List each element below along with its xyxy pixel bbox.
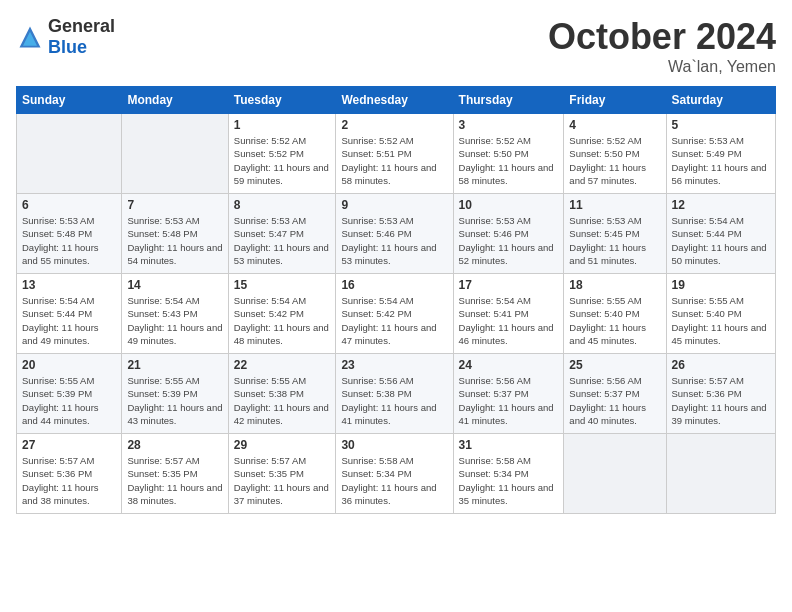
sunset-text: Sunset: 5:46 PM xyxy=(459,228,529,239)
sunset-text: Sunset: 5:38 PM xyxy=(234,388,304,399)
calendar-cell: 9 Sunrise: 5:53 AM Sunset: 5:46 PM Dayli… xyxy=(336,194,453,274)
weekday-header-wednesday: Wednesday xyxy=(336,87,453,114)
daylight-text: Daylight: 11 hours and 37 minutes. xyxy=(234,482,329,506)
day-number: 14 xyxy=(127,278,222,292)
calendar-week-row: 6 Sunrise: 5:53 AM Sunset: 5:48 PM Dayli… xyxy=(17,194,776,274)
daylight-text: Daylight: 11 hours and 36 minutes. xyxy=(341,482,436,506)
daylight-text: Daylight: 11 hours and 35 minutes. xyxy=(459,482,554,506)
daylight-text: Daylight: 11 hours and 39 minutes. xyxy=(672,402,767,426)
sunset-text: Sunset: 5:52 PM xyxy=(234,148,304,159)
daylight-text: Daylight: 11 hours and 53 minutes. xyxy=(341,242,436,266)
day-number: 13 xyxy=(22,278,116,292)
day-info: Sunrise: 5:56 AM Sunset: 5:37 PM Dayligh… xyxy=(569,374,660,427)
day-info: Sunrise: 5:54 AM Sunset: 5:44 PM Dayligh… xyxy=(22,294,116,347)
sunrise-text: Sunrise: 5:53 AM xyxy=(127,215,199,226)
sunrise-text: Sunrise: 5:57 AM xyxy=(127,455,199,466)
day-number: 19 xyxy=(672,278,771,292)
sunrise-text: Sunrise: 5:53 AM xyxy=(672,135,744,146)
day-info: Sunrise: 5:53 AM Sunset: 5:45 PM Dayligh… xyxy=(569,214,660,267)
sunrise-text: Sunrise: 5:55 AM xyxy=(22,375,94,386)
sunset-text: Sunset: 5:43 PM xyxy=(127,308,197,319)
day-info: Sunrise: 5:53 AM Sunset: 5:46 PM Dayligh… xyxy=(459,214,559,267)
day-number: 26 xyxy=(672,358,771,372)
calendar-cell xyxy=(666,434,776,514)
calendar-cell: 20 Sunrise: 5:55 AM Sunset: 5:39 PM Dayl… xyxy=(17,354,122,434)
day-info: Sunrise: 5:57 AM Sunset: 5:36 PM Dayligh… xyxy=(22,454,116,507)
calendar-cell: 19 Sunrise: 5:55 AM Sunset: 5:40 PM Dayl… xyxy=(666,274,776,354)
daylight-text: Daylight: 11 hours and 44 minutes. xyxy=(22,402,99,426)
daylight-text: Daylight: 11 hours and 55 minutes. xyxy=(22,242,99,266)
sunset-text: Sunset: 5:51 PM xyxy=(341,148,411,159)
calendar-cell: 3 Sunrise: 5:52 AM Sunset: 5:50 PM Dayli… xyxy=(453,114,564,194)
day-info: Sunrise: 5:57 AM Sunset: 5:35 PM Dayligh… xyxy=(127,454,222,507)
day-info: Sunrise: 5:54 AM Sunset: 5:41 PM Dayligh… xyxy=(459,294,559,347)
day-number: 31 xyxy=(459,438,559,452)
calendar-cell: 27 Sunrise: 5:57 AM Sunset: 5:36 PM Dayl… xyxy=(17,434,122,514)
sunset-text: Sunset: 5:36 PM xyxy=(22,468,92,479)
day-info: Sunrise: 5:55 AM Sunset: 5:38 PM Dayligh… xyxy=(234,374,331,427)
day-info: Sunrise: 5:54 AM Sunset: 5:44 PM Dayligh… xyxy=(672,214,771,267)
sunrise-text: Sunrise: 5:52 AM xyxy=(341,135,413,146)
calendar-week-row: 13 Sunrise: 5:54 AM Sunset: 5:44 PM Dayl… xyxy=(17,274,776,354)
sunset-text: Sunset: 5:48 PM xyxy=(127,228,197,239)
weekday-header-friday: Friday xyxy=(564,87,666,114)
daylight-text: Daylight: 11 hours and 42 minutes. xyxy=(234,402,329,426)
location-title: Wa`lan, Yemen xyxy=(548,58,776,76)
daylight-text: Daylight: 11 hours and 45 minutes. xyxy=(672,322,767,346)
calendar-cell: 6 Sunrise: 5:53 AM Sunset: 5:48 PM Dayli… xyxy=(17,194,122,274)
day-number: 15 xyxy=(234,278,331,292)
sunrise-text: Sunrise: 5:57 AM xyxy=(672,375,744,386)
daylight-text: Daylight: 11 hours and 56 minutes. xyxy=(672,162,767,186)
calendar-cell xyxy=(122,114,228,194)
daylight-text: Daylight: 11 hours and 59 minutes. xyxy=(234,162,329,186)
day-number: 1 xyxy=(234,118,331,132)
calendar-cell: 1 Sunrise: 5:52 AM Sunset: 5:52 PM Dayli… xyxy=(228,114,336,194)
day-number: 11 xyxy=(569,198,660,212)
daylight-text: Daylight: 11 hours and 54 minutes. xyxy=(127,242,222,266)
daylight-text: Daylight: 11 hours and 49 minutes. xyxy=(22,322,99,346)
day-info: Sunrise: 5:54 AM Sunset: 5:42 PM Dayligh… xyxy=(341,294,447,347)
sunrise-text: Sunrise: 5:57 AM xyxy=(234,455,306,466)
page-header: General Blue October 2024 Wa`lan, Yemen xyxy=(16,16,776,76)
sunrise-text: Sunrise: 5:54 AM xyxy=(672,215,744,226)
calendar-week-row: 27 Sunrise: 5:57 AM Sunset: 5:36 PM Dayl… xyxy=(17,434,776,514)
calendar-cell xyxy=(564,434,666,514)
sunrise-text: Sunrise: 5:57 AM xyxy=(22,455,94,466)
day-info: Sunrise: 5:54 AM Sunset: 5:43 PM Dayligh… xyxy=(127,294,222,347)
sunrise-text: Sunrise: 5:52 AM xyxy=(569,135,641,146)
calendar-cell: 18 Sunrise: 5:55 AM Sunset: 5:40 PM Dayl… xyxy=(564,274,666,354)
day-number: 7 xyxy=(127,198,222,212)
day-info: Sunrise: 5:56 AM Sunset: 5:38 PM Dayligh… xyxy=(341,374,447,427)
sunrise-text: Sunrise: 5:56 AM xyxy=(341,375,413,386)
sunrise-text: Sunrise: 5:55 AM xyxy=(234,375,306,386)
sunrise-text: Sunrise: 5:56 AM xyxy=(569,375,641,386)
day-number: 18 xyxy=(569,278,660,292)
sunrise-text: Sunrise: 5:54 AM xyxy=(341,295,413,306)
day-number: 21 xyxy=(127,358,222,372)
day-info: Sunrise: 5:56 AM Sunset: 5:37 PM Dayligh… xyxy=(459,374,559,427)
weekday-header-sunday: Sunday xyxy=(17,87,122,114)
daylight-text: Daylight: 11 hours and 53 minutes. xyxy=(234,242,329,266)
daylight-text: Daylight: 11 hours and 41 minutes. xyxy=(341,402,436,426)
calendar-week-row: 20 Sunrise: 5:55 AM Sunset: 5:39 PM Dayl… xyxy=(17,354,776,434)
daylight-text: Daylight: 11 hours and 49 minutes. xyxy=(127,322,222,346)
calendar-cell: 11 Sunrise: 5:53 AM Sunset: 5:45 PM Dayl… xyxy=(564,194,666,274)
sunset-text: Sunset: 5:42 PM xyxy=(234,308,304,319)
day-number: 20 xyxy=(22,358,116,372)
weekday-header-tuesday: Tuesday xyxy=(228,87,336,114)
weekday-header-monday: Monday xyxy=(122,87,228,114)
sunrise-text: Sunrise: 5:53 AM xyxy=(234,215,306,226)
sunrise-text: Sunrise: 5:52 AM xyxy=(459,135,531,146)
day-number: 6 xyxy=(22,198,116,212)
day-number: 28 xyxy=(127,438,222,452)
day-info: Sunrise: 5:55 AM Sunset: 5:39 PM Dayligh… xyxy=(22,374,116,427)
sunset-text: Sunset: 5:49 PM xyxy=(672,148,742,159)
day-number: 8 xyxy=(234,198,331,212)
sunset-text: Sunset: 5:37 PM xyxy=(569,388,639,399)
sunset-text: Sunset: 5:48 PM xyxy=(22,228,92,239)
calendar-cell: 5 Sunrise: 5:53 AM Sunset: 5:49 PM Dayli… xyxy=(666,114,776,194)
logo-icon xyxy=(16,23,44,51)
calendar-cell: 26 Sunrise: 5:57 AM Sunset: 5:36 PM Dayl… xyxy=(666,354,776,434)
sunset-text: Sunset: 5:35 PM xyxy=(234,468,304,479)
day-info: Sunrise: 5:57 AM Sunset: 5:36 PM Dayligh… xyxy=(672,374,771,427)
